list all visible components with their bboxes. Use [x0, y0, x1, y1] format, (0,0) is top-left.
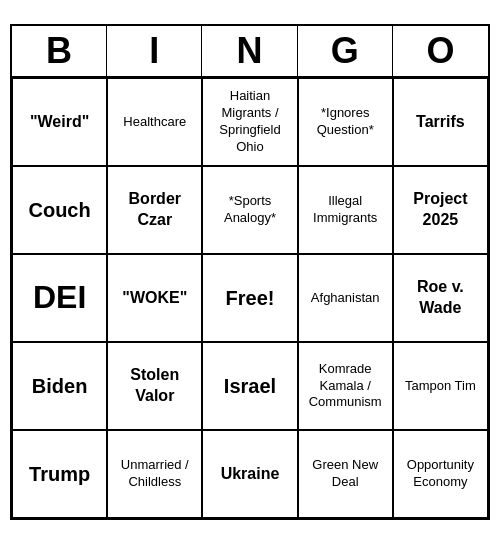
bingo-cell-4[interactable]: Tarrifs [393, 78, 488, 166]
bingo-cell-18[interactable]: Komrade Kamala / Communism [298, 342, 393, 430]
bingo-cell-10[interactable]: DEI [12, 254, 107, 342]
bingo-cell-11[interactable]: "WOKE" [107, 254, 202, 342]
bingo-cell-23[interactable]: Green New Deal [298, 430, 393, 518]
bingo-cell-0[interactable]: "Weird" [12, 78, 107, 166]
bingo-letter-i: I [107, 26, 202, 76]
bingo-cell-17[interactable]: Israel [202, 342, 297, 430]
bingo-cell-6[interactable]: Border Czar [107, 166, 202, 254]
bingo-cell-15[interactable]: Biden [12, 342, 107, 430]
bingo-cell-14[interactable]: Roe v. Wade [393, 254, 488, 342]
bingo-header: BINGO [12, 26, 488, 78]
bingo-cell-1[interactable]: Healthcare [107, 78, 202, 166]
bingo-cell-2[interactable]: Haitian Migrants / Springfield Ohio [202, 78, 297, 166]
bingo-letter-o: O [393, 26, 488, 76]
bingo-cell-7[interactable]: *Sports Analogy* [202, 166, 297, 254]
bingo-cell-8[interactable]: Illegal Immigrants [298, 166, 393, 254]
bingo-cell-24[interactable]: Opportunity Economy [393, 430, 488, 518]
bingo-cell-20[interactable]: Trump [12, 430, 107, 518]
bingo-cell-5[interactable]: Couch [12, 166, 107, 254]
bingo-card: BINGO "Weird"HealthcareHaitian Migrants … [10, 24, 490, 520]
bingo-cell-19[interactable]: Tampon Tim [393, 342, 488, 430]
bingo-cell-12[interactable]: Free! [202, 254, 297, 342]
bingo-letter-b: B [12, 26, 107, 76]
bingo-letter-g: G [298, 26, 393, 76]
bingo-cell-16[interactable]: Stolen Valor [107, 342, 202, 430]
bingo-cell-21[interactable]: Unmarried / Childless [107, 430, 202, 518]
bingo-cell-3[interactable]: *Ignores Question* [298, 78, 393, 166]
bingo-grid: "Weird"HealthcareHaitian Migrants / Spri… [12, 78, 488, 518]
bingo-cell-22[interactable]: Ukraine [202, 430, 297, 518]
bingo-letter-n: N [202, 26, 297, 76]
bingo-cell-13[interactable]: Afghanistan [298, 254, 393, 342]
bingo-cell-9[interactable]: Project 2025 [393, 166, 488, 254]
